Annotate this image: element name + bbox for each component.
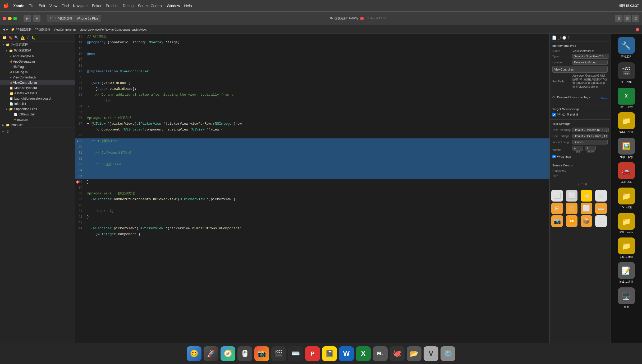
dock-mouse[interactable]: 🖱️ <box>237 346 252 361</box>
indent-width-input[interactable] <box>585 146 596 151</box>
sidebar-item-project-root[interactable]: ▼ 📁 07-国旗选择 <box>0 41 75 48</box>
desktop-icon-snip[interactable]: 🖼️ snip….png <box>613 137 640 160</box>
breadcrumb-file[interactable]: ViewController.m <box>54 28 76 31</box>
minimize-button[interactable] <box>8 17 12 20</box>
sidebar-item-viewcontroller-h[interactable]: H ViewController.h <box>0 75 75 80</box>
breadcrumb-symbol[interactable]: -pickerView:viewForRow:forComponent:reus… <box>79 28 147 31</box>
maximize-button[interactable] <box>13 17 17 20</box>
wrap-lines-checkbox[interactable] <box>552 155 556 158</box>
component-icon-camera[interactable]: 📷 <box>551 215 563 227</box>
inspector-tab-file[interactable]: 📄 <box>552 35 556 40</box>
desktop-icon-zjl[interactable]: 📁 ZJL….etail <box>613 236 640 259</box>
dock-github[interactable]: 🐙 <box>390 346 405 361</box>
sidebar-item-infoplist[interactable]: 📄 Info.plist <box>0 101 75 106</box>
indent-select[interactable]: Spaces <box>572 140 608 144</box>
component-icon-1[interactable]: ⬜ <box>551 190 563 202</box>
add-file-button[interactable]: + <box>2 129 4 133</box>
dock-filemanager[interactable]: 📂 <box>407 346 421 361</box>
menu-help[interactable]: Help <box>184 4 192 8</box>
dock-vmware[interactable]: V <box>424 346 438 361</box>
desktop-icon-video[interactable]: 🎬 未…视频 <box>613 61 640 85</box>
dock-word[interactable]: W <box>339 346 354 361</box>
nav-next[interactable]: ▶ <box>6 28 8 31</box>
desktop-icon-xlsx[interactable]: X ios1….xlsx <box>613 87 640 110</box>
menu-navigate[interactable]: Navigate <box>73 4 88 8</box>
dock-terminal[interactable]: ⌨️ <box>288 346 303 361</box>
tab-width-input[interactable] <box>572 146 583 151</box>
sidebar-item-project-folder[interactable]: ▼ 📁 07-国旗选择 <box>0 48 75 54</box>
sidebar-item-main-m[interactable]: M main.m <box>0 117 75 122</box>
location-select[interactable]: Relative to Group <box>572 60 608 65</box>
inspector-tab-quick[interactable]: { } <box>557 35 561 40</box>
stop-button[interactable]: ■ <box>33 15 40 22</box>
component-icon-5[interactable]: ⊞ <box>551 203 563 214</box>
scheme-selector[interactable]: 🏴 07-国旗选择 › iPhone 6s Plus <box>47 15 101 22</box>
desktop-icon-class[interactable]: 📁 第13….业班 <box>613 111 640 135</box>
dock-media[interactable]: 🎬 <box>271 346 286 361</box>
dock-finder[interactable]: 😊 <box>187 346 201 361</box>
nav-tab-tests[interactable]: ✓ <box>26 35 30 40</box>
inspector-tab-history[interactable]: ⏱️ <box>562 35 566 40</box>
nav-tab-debug[interactable]: 🐛 <box>31 35 36 40</box>
dock-notes[interactable]: 📓 <box>322 346 337 361</box>
component-icon-play[interactable]: ⏩ <box>566 215 577 227</box>
filter-button[interactable]: ⊙ <box>6 129 9 133</box>
menu-editor[interactable]: Editor <box>92 4 102 8</box>
inspector-tab-help[interactable]: ? <box>567 35 570 40</box>
component-icon-back[interactable]: ◀ <box>581 190 592 202</box>
desktop-icon-ios1[interactable]: 📝 ios1….试题 <box>613 261 640 285</box>
menu-file[interactable]: File <box>29 4 35 8</box>
nav-tab-symbols[interactable]: 🔖 <box>8 35 13 40</box>
menu-source-control[interactable]: Source Control <box>138 4 162 8</box>
dock-launchpad[interactable]: 🚀 <box>204 346 218 361</box>
component-icon-8[interactable]: ▬ <box>595 203 607 214</box>
component-icon-2[interactable]: ⬜ <box>566 190 577 202</box>
sidebar-item-supporting-files[interactable]: ▼ 📁 Supporting Files <box>0 106 75 112</box>
menu-debug[interactable]: Debug <box>123 4 134 8</box>
desktop-icon-desktop[interactable]: 🖥️ 桌面 <box>613 286 640 310</box>
dock-p[interactable]: P <box>305 346 320 361</box>
component-icon-box[interactable]: 📦 <box>581 215 592 227</box>
debug-view-button[interactable]: ⊟ <box>623 15 631 22</box>
sidebar-item-main-storyboard[interactable]: 📋 Main.storyboard <box>0 85 75 91</box>
apple-logo[interactable]: 🍎 <box>3 3 9 9</box>
dock-photos[interactable]: 📸 <box>254 346 269 361</box>
utility-view-button[interactable]: ⊡ <box>632 15 639 22</box>
desktop-icon-car[interactable]: 🚗 车丹分享 <box>613 161 640 185</box>
desktop-icon-07[interactable]: 📁 07-…(优化 <box>613 186 640 210</box>
sidebar-item-hmflag-m[interactable]: M HMFlag.m <box>0 69 75 75</box>
sidebar-item-launchscreen[interactable]: 📋 LaunchScreen.storyboard <box>0 96 75 101</box>
component-icon-4[interactable]: ▤ <box>595 190 607 202</box>
show-button[interactable]: Show <box>600 97 608 100</box>
sidebar-item-appdelegate-m[interactable]: M AppDelegate.m <box>0 59 75 64</box>
nav-prev[interactable]: ◀ <box>3 28 5 31</box>
sidebar-item-products[interactable]: ▶ 📁 Products <box>0 122 75 128</box>
sidebar-item-flags-plist[interactable]: 📄 03flags.plist <box>0 112 75 117</box>
menu-window[interactable]: Window <box>167 4 180 8</box>
sidebar-item-hmflag-h[interactable]: H HMFlag.h <box>0 64 75 69</box>
desktop-icon-devtools[interactable]: 🔧 开发工具 <box>613 36 640 60</box>
type-select[interactable]: Default - Objective-C So... <box>572 54 609 59</box>
encoding-select[interactable]: Default - Unicode (UTF-8) <box>572 128 609 132</box>
menu-find[interactable]: Find <box>62 4 69 8</box>
breadcrumb-group[interactable]: 07-国旗选择 <box>35 27 51 31</box>
component-icon-7[interactable]: ⬜ <box>581 203 592 214</box>
dock-safari[interactable]: 🧭 <box>221 346 235 361</box>
nav-tab-files[interactable]: 📁 <box>2 35 7 40</box>
lineendings-select[interactable]: Default - OS X / Unix (LF) <box>572 134 608 138</box>
target-checkbox[interactable] <box>552 113 556 116</box>
nav-view-button[interactable]: ⊞ <box>615 15 622 22</box>
breadcrumb-project[interactable]: 07-国旗选择 <box>16 27 32 31</box>
component-icon-6[interactable]: ◫ <box>566 203 577 214</box>
code-area[interactable]: 13 // 模型数组 14 @property (nonatomic, stro… <box>75 34 549 343</box>
desktop-icon-ksi[interactable]: 📁 KSI….aster <box>613 212 640 235</box>
nav-tab-search[interactable]: 🔍 <box>14 35 19 40</box>
close-button[interactable] <box>3 17 6 20</box>
sidebar-item-assets[interactable]: 🗂️ Assets.xcassets <box>0 91 75 96</box>
menu-edit[interactable]: Edit <box>39 4 45 8</box>
menu-view[interactable]: View <box>49 4 57 8</box>
run-button[interactable]: ▶ <box>24 15 31 22</box>
nav-tab-issues[interactable]: ⚠️ <box>20 35 25 40</box>
menu-product[interactable]: Product <box>106 4 118 8</box>
sidebar-item-viewcontroller-m[interactable]: M ViewController.m <box>0 80 75 85</box>
